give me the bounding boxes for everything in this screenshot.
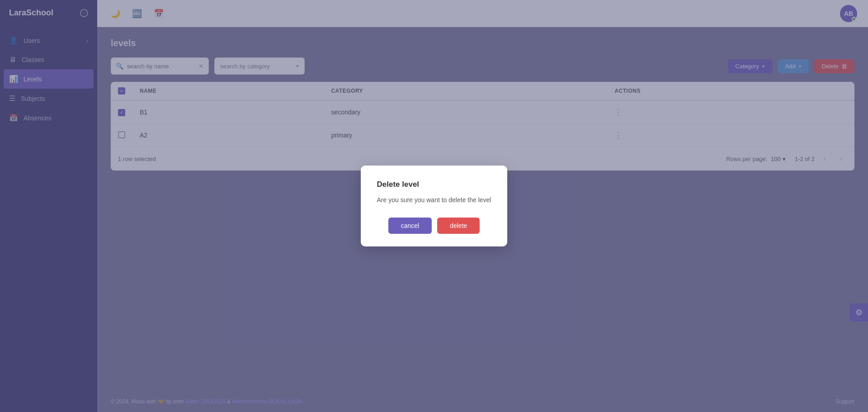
modal-actions: cancel delete — [377, 218, 491, 234]
modal-title: Delete level — [377, 180, 491, 189]
cancel-button[interactable]: cancel — [388, 218, 432, 234]
modal-message: Are you sure you want to delete the leve… — [377, 195, 491, 205]
delete-modal: Delete level Are you sure you want to de… — [361, 166, 508, 246]
confirm-delete-button[interactable]: delete — [437, 218, 480, 234]
modal-overlay: Delete level Are you sure you want to de… — [0, 0, 868, 412]
